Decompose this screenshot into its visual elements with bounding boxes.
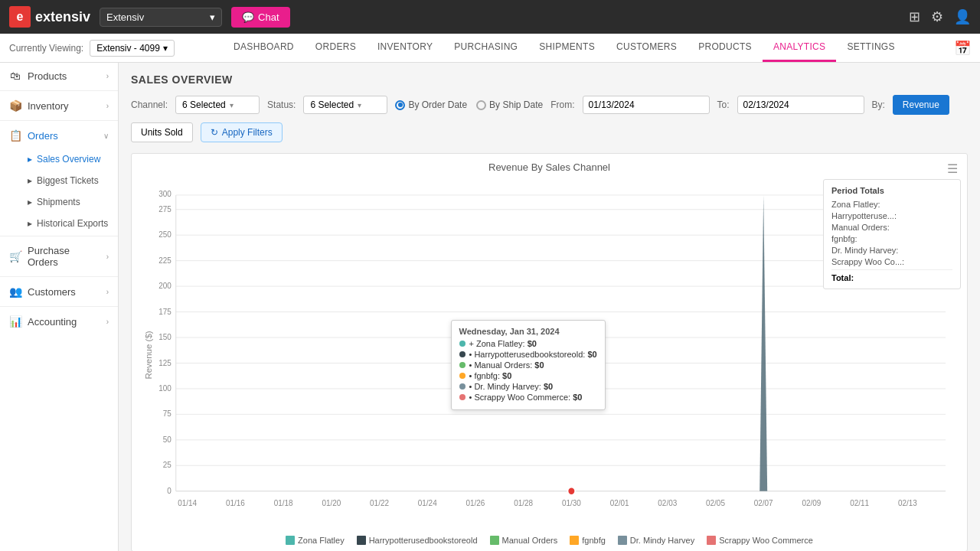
sidebar-item-purchase-orders-label: Purchase Orders [28,245,100,268]
period-total-label: Total: [831,273,854,282]
svg-text:02/03: 02/03 [658,498,677,507]
radio-by-ship-date[interactable]: By Ship Date [476,99,543,110]
legend-label-harry: Harrypotterusedbookstoreold [369,536,478,545]
radio-ship-label: By Ship Date [489,99,543,110]
shipments-icon: ▸ [28,197,32,207]
svg-marker-45 [760,195,767,491]
sidebar-subitem-shipments[interactable]: ▸ Shipments [28,191,118,213]
chevron-down-icon: ∨ [103,132,109,140]
svg-text:02/07: 02/07 [754,498,773,507]
tab-purchasing[interactable]: PURCHASING [443,34,528,62]
refresh-icon: ↻ [211,127,218,138]
legend-label-manual: Manual Orders [502,536,558,545]
tab-customers[interactable]: CUSTOMERS [606,34,688,62]
sidebar-item-inventory[interactable]: 📦 Inventory › [0,93,118,119]
svg-text:01/30: 01/30 [562,498,581,507]
legend-label-fgnbfg: fgnbfg [582,536,606,545]
chevron-right-icon: › [106,253,109,261]
tab-dashboard[interactable]: DASHBOARD [223,34,305,62]
customers-icon: 👥 [9,285,21,298]
channel-select-arrow: ▾ [230,101,234,109]
sidebar-item-products[interactable]: 🛍 Products › [0,63,118,89]
sales-overview-icon: ▸ [28,154,32,165]
currently-viewing-label: Currently Viewing: [9,43,83,54]
apply-filters-button[interactable]: ↻ Apply Filters [201,122,283,142]
sidebar-item-orders-label: Orders [28,130,58,142]
instance-select[interactable]: Extensiv ▾ [100,8,222,27]
period-row-manual: Manual Orders: [831,223,952,232]
chevron-down-icon: ▾ [210,11,215,23]
sub-bar: Currently Viewing: Extensiv - 4099 ▾ DAS… [0,34,980,63]
svg-text:01/14: 01/14 [178,498,197,507]
sidebar-item-customers[interactable]: 👥 Customers › [0,279,118,305]
inventory-icon: 📦 [9,99,21,112]
legend-item-mindy: Dr. Mindy Harvey [618,536,694,545]
tab-inventory[interactable]: INVENTORY [367,34,443,62]
sidebar-subitem-biggest-tickets[interactable]: ▸ Biggest Tickets [28,170,118,191]
apply-filters-label: Apply Filters [222,127,273,138]
nav-tabs: DASHBOARD ORDERS INVENTORY PURCHASING SH… [223,34,906,62]
svg-text:02/13: 02/13 [898,498,917,507]
tab-settings[interactable]: SETTINGS [836,34,905,62]
legend-swatch-manual [490,536,499,545]
legend-swatch-mindy [618,536,627,545]
settings-icon[interactable]: ⚙ [931,8,943,25]
period-label-fgnbfg: fgnbfg: [831,234,858,243]
period-row-harry: Harrypotteruse...: [831,211,952,220]
sidebar: 🛍 Products › 📦 Inventory › 📋 Orders ∨ ▸ … [0,63,119,551]
svg-text:01/28: 01/28 [514,498,533,507]
sidebar-item-products-label: Products [28,70,67,82]
period-totals-panel: Period Totals Zona Flatley: Harrypotteru… [823,179,961,289]
sidebar-subitem-sales-overview-label: Sales Overview [37,154,100,165]
channel-select-value: 6 Selected [182,99,226,110]
radio-dot-order [395,100,405,110]
grid-icon[interactable]: ⊞ [909,8,920,25]
svg-text:300: 300 [158,190,172,198]
sidebar-item-orders[interactable]: 📋 Orders ∨ [0,122,118,148]
radio-by-order-date[interactable]: By Order Date [395,99,467,110]
legend-item-manual: Manual Orders [490,536,558,545]
biggest-tickets-icon: ▸ [28,175,32,186]
sidebar-item-purchase-orders[interactable]: 🛒 Purchase Orders › [0,238,118,275]
svg-text:01/16: 01/16 [226,498,245,507]
svg-text:275: 275 [158,205,172,214]
status-select[interactable]: 6 Selected ▾ [303,96,387,114]
units-sold-toggle[interactable]: Units Sold [131,122,193,142]
by-label: By: [872,99,885,110]
to-date-input[interactable] [737,96,864,114]
svg-text:100: 100 [158,384,172,393]
sidebar-item-accounting-label: Accounting [28,316,77,328]
sidebar-subitem-historical-exports[interactable]: ▸ Historical Exports [28,213,118,234]
chart-menu-icon[interactable]: ☰ [947,161,958,176]
page-title: SALES OVERVIEW [131,73,968,86]
sidebar-subitem-sales-overview[interactable]: ▸ Sales Overview [28,148,118,170]
period-label-mindy: Dr. Mindy Harvey: [831,246,898,255]
legend-item-scrappy: Scrappy Woo Commerce [707,536,813,545]
legend-swatch-fgnbfg [570,536,579,545]
instance-pill[interactable]: Extensiv - 4099 ▾ [90,40,175,57]
tab-orders[interactable]: ORDERS [305,34,367,62]
products-icon: 🛍 [9,70,21,82]
period-row-scrappy: Scrappy Woo Co...: [831,257,952,266]
user-icon[interactable]: 👤 [954,8,971,25]
tab-analytics[interactable]: ANALYTICS [763,34,837,62]
calendar-icon[interactable]: 📅 [954,40,971,57]
period-label-scrappy: Scrappy Woo Co...: [831,257,904,266]
revenue-toggle[interactable]: Revenue [893,95,949,115]
chat-icon: 💬 [242,11,254,23]
channel-select[interactable]: 6 Selected ▾ [175,96,260,114]
instance-select-label: Extensiv [106,11,144,23]
status-label: Status: [267,99,296,110]
legend-swatch-zona [286,536,295,545]
chevron-down-icon: ▾ [163,43,168,54]
sidebar-item-accounting[interactable]: 📊 Accounting › [0,308,118,334]
legend-swatch-scrappy [707,536,716,545]
from-date-input[interactable] [583,96,710,114]
sidebar-item-customers-label: Customers [28,286,76,298]
legend-label-zona: Zona Flatley [298,536,345,545]
logo-icon: e [9,6,31,28]
filters-row: Channel: 6 Selected ▾ Status: 6 Selected… [131,95,968,142]
tab-products[interactable]: PRODUCTS [688,34,763,62]
tab-shipments[interactable]: SHIPMENTS [528,34,606,62]
chat-button[interactable]: 💬 Chat [231,7,289,28]
